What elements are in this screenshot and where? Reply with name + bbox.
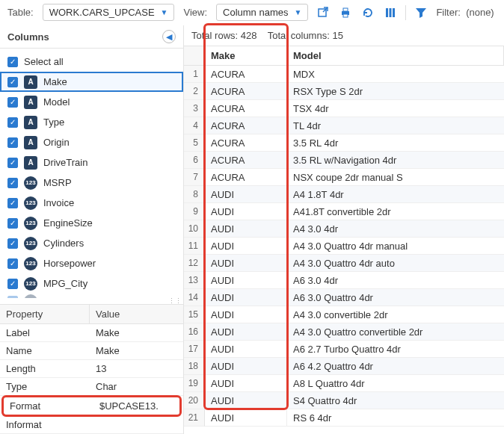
table-row[interactable]: 12AUDIA4 3.0 Quattro 4dr auto xyxy=(184,255,504,272)
refresh-icon[interactable] xyxy=(362,7,374,19)
value-header: Value xyxy=(90,305,183,323)
cell-model: A41.8T convertible 2dr xyxy=(287,203,504,220)
filter-icon[interactable] xyxy=(415,7,427,19)
table-row[interactable]: 4ACURATL 4dr xyxy=(184,117,504,134)
svg-rect-6 xyxy=(393,8,395,17)
total-rows-value: 428 xyxy=(241,30,257,41)
column-row[interactable]: 123Horsepower xyxy=(0,253,183,273)
column-row[interactable]: AModel xyxy=(0,92,183,112)
table-row[interactable]: 16AUDIA4 3.0 Quattro convertible 2dr xyxy=(184,323,504,341)
cell-model: TL 4dr xyxy=(287,117,504,134)
checkbox[interactable] xyxy=(7,158,18,168)
column-row[interactable]: 123MSRP xyxy=(0,173,183,193)
table-row[interactable]: 13AUDIA6 3.0 4dr xyxy=(184,272,504,289)
collapse-icon[interactable]: ◀ xyxy=(162,30,176,43)
table-row[interactable]: 10AUDIA4 3.0 4dr xyxy=(184,220,504,238)
property-row: Informat xyxy=(0,416,183,434)
total-cols-value: 15 xyxy=(332,30,342,41)
checkbox[interactable] xyxy=(7,279,18,289)
view-dropdown[interactable]: Column names ▼ xyxy=(216,4,308,21)
row-number: 9 xyxy=(184,203,205,220)
table-row[interactable]: 18AUDIA6 4.2 Quattro 4dr xyxy=(184,358,504,375)
cell-make: AUDI xyxy=(205,186,287,203)
row-number: 7 xyxy=(184,169,205,186)
splitter-handle[interactable]: ⋮⋮ xyxy=(0,298,183,304)
table-row[interactable]: 14AUDIA6 3.0 Quattro 4dr xyxy=(184,289,504,306)
property-row: Format$UPCASE13. xyxy=(1,395,182,417)
main: Columns ◀ Select all AMakeAModelATypeAOr… xyxy=(0,25,504,434)
column-row[interactable]: 123MPG_City xyxy=(0,273,183,294)
checkbox[interactable] xyxy=(7,57,18,67)
property-row: LabelMake xyxy=(0,324,183,342)
column-row[interactable]: 123EngineSize xyxy=(0,213,183,233)
column-name: Type xyxy=(43,117,176,128)
total-cols-label: Total columns: xyxy=(268,30,330,41)
columns-icon[interactable] xyxy=(384,7,396,19)
table-row[interactable]: 8AUDIA4 1.8T 4dr xyxy=(184,186,504,203)
column-name: Horsepower xyxy=(43,258,176,269)
column-row[interactable]: AMake xyxy=(0,72,183,92)
table-row[interactable]: 11AUDIA4 3.0 Quattro 4dr manual xyxy=(184,238,504,255)
caret-icon: ▼ xyxy=(294,8,301,16)
caret-icon: ▼ xyxy=(161,8,168,16)
export-icon[interactable] xyxy=(317,7,329,19)
table-row[interactable]: 19AUDIA8 L Quattro 4dr xyxy=(184,375,504,392)
print-icon[interactable] xyxy=(339,7,351,19)
checkbox[interactable] xyxy=(7,178,18,188)
table-row[interactable]: 3ACURATSX 4dr xyxy=(184,100,504,117)
list-item: 123 xyxy=(0,294,183,298)
table-row[interactable]: 2ACURARSX Type S 2dr xyxy=(184,83,504,100)
row-number: 20 xyxy=(184,392,205,409)
numeric-type-icon: 123 xyxy=(24,277,37,291)
grid-header: Make Model xyxy=(184,46,504,66)
column-row[interactable]: 123Cylinders xyxy=(0,233,183,253)
column-header-make[interactable]: Make xyxy=(205,46,287,66)
cell-model: A4 3.0 Quattro 4dr auto xyxy=(287,255,504,272)
table-dropdown[interactable]: WORK.CARS_UPCASE ▼ xyxy=(43,4,175,21)
char-type-icon: A xyxy=(24,136,37,149)
column-row[interactable]: ADriveTrain xyxy=(0,152,183,173)
select-all-row[interactable]: Select all xyxy=(0,52,183,72)
table-row[interactable]: 21AUDIRS 6 4dr xyxy=(184,409,504,427)
column-header-model[interactable]: Model xyxy=(287,46,504,66)
cell-make: ACURA xyxy=(205,169,287,186)
table-row[interactable]: 20AUDIS4 Quattro 4dr xyxy=(184,392,504,409)
checkbox[interactable] xyxy=(7,198,18,208)
row-number: 13 xyxy=(184,272,205,289)
column-row[interactable]: 123Invoice xyxy=(0,193,183,213)
checkbox[interactable] xyxy=(7,97,18,108)
checkbox[interactable] xyxy=(7,218,18,229)
summary-bar: Total rows: 428 Total columns: 15 xyxy=(184,25,504,46)
checkbox[interactable] xyxy=(7,77,18,87)
svg-rect-5 xyxy=(390,8,392,17)
column-row[interactable]: AOrigin xyxy=(0,132,183,152)
row-number: 8 xyxy=(184,186,205,203)
table-row[interactable]: 17AUDIA6 2.7 Turbo Quattro 4dr xyxy=(184,341,504,358)
table-row[interactable]: 1ACURAMDX xyxy=(184,66,504,83)
toolbar: Table: WORK.CARS_UPCASE ▼ View: Column n… xyxy=(0,0,504,25)
property-label: Label xyxy=(0,324,90,341)
table-row[interactable]: 15AUDIA4 3.0 convertible 2dr xyxy=(184,306,504,323)
table-row[interactable]: 9AUDIA41.8T convertible 2dr xyxy=(184,203,504,220)
cell-model: A8 L Quattro 4dr xyxy=(287,375,504,392)
checkbox[interactable] xyxy=(7,137,18,148)
select-all-label: Select all xyxy=(24,56,176,67)
column-row[interactable]: AType xyxy=(0,112,183,132)
cell-model: A6 2.7 Turbo Quattro 4dr xyxy=(287,341,504,358)
cell-make: AUDI xyxy=(205,306,287,323)
cell-make: ACURA xyxy=(205,152,287,169)
checkbox[interactable] xyxy=(7,117,18,128)
properties-header: Property Value xyxy=(0,305,183,324)
columns-title: Columns xyxy=(7,31,49,43)
numeric-type-icon: 123 xyxy=(24,237,37,250)
checkbox[interactable] xyxy=(7,258,18,269)
svg-rect-3 xyxy=(343,14,348,17)
table-row[interactable]: 5ACURA3.5 RL 4dr xyxy=(184,134,504,152)
checkbox[interactable] xyxy=(7,238,18,249)
cell-model: A4 3.0 Quattro convertible 2dr xyxy=(287,323,504,341)
table-row[interactable]: 6ACURA3.5 RL w/Navigation 4dr xyxy=(184,152,504,169)
numeric-type-icon: 123 xyxy=(24,176,37,190)
table-row[interactable]: 7ACURANSX coupe 2dr manual S xyxy=(184,169,504,186)
property-label: Name xyxy=(0,342,90,359)
row-number: 6 xyxy=(184,152,205,169)
